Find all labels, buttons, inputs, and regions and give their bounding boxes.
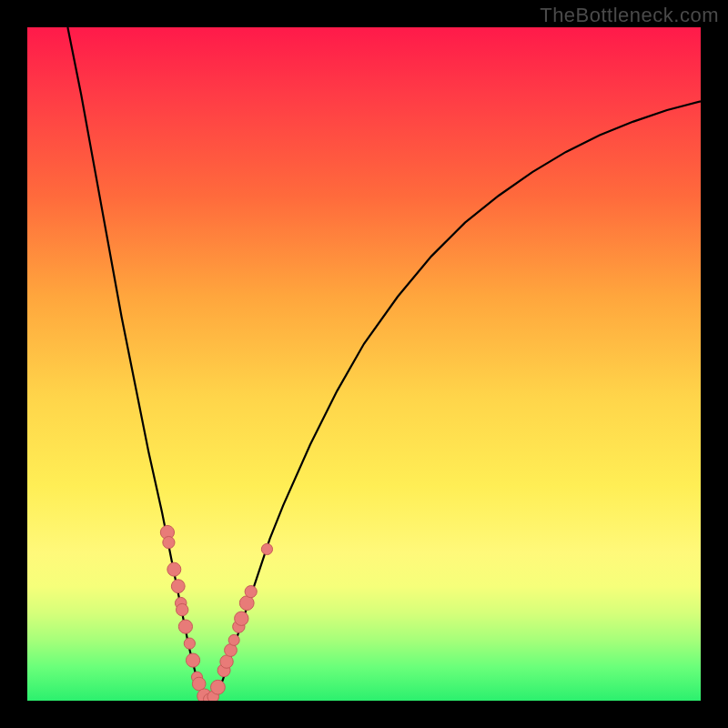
highlight-dot — [220, 655, 233, 668]
highlight-dot — [235, 612, 248, 625]
plot-area — [27, 27, 701, 701]
highlight-dot — [171, 580, 185, 593]
attribution-text: TheBottleneck.com — [540, 4, 719, 27]
highlight-dots-group — [160, 525, 272, 701]
highlight-dot — [178, 620, 192, 633]
highlight-dot — [211, 680, 226, 694]
highlight-dot — [186, 653, 199, 667]
highlight-dot — [245, 586, 257, 598]
highlight-dot — [228, 634, 239, 645]
highlight-dot — [261, 543, 272, 554]
highlight-dot — [163, 537, 175, 549]
highlight-dot — [177, 603, 188, 615]
outer-frame: TheBottleneck.com — [0, 0, 728, 728]
highlight-dot — [239, 596, 254, 611]
chart-svg — [27, 27, 701, 701]
bottleneck-curve — [67, 27, 701, 701]
highlight-dot — [184, 638, 195, 649]
highlight-dot — [167, 562, 181, 576]
